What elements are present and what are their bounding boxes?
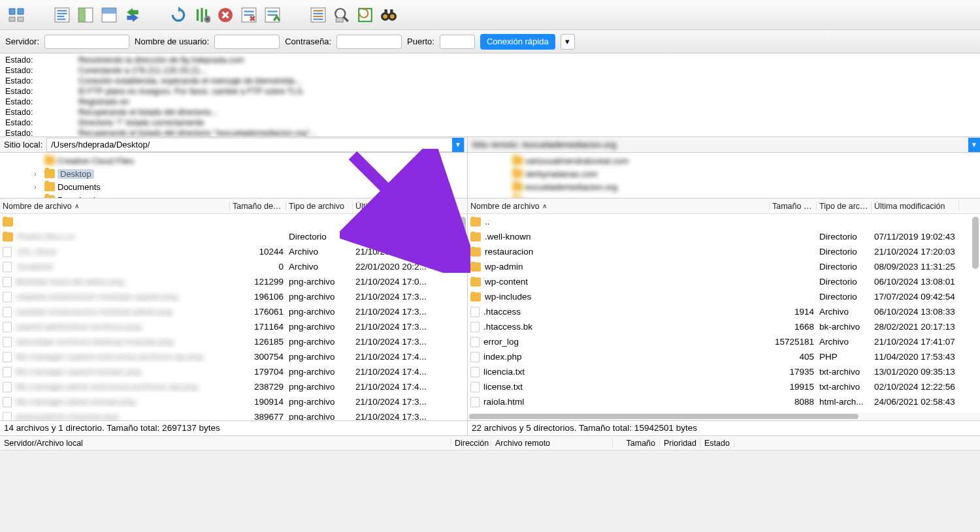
svg-point-34 (390, 14, 395, 18)
toggle-log-icon[interactable] (52, 5, 72, 25)
list-item[interactable]: file-manager-cpanel-extraer.png179704png… (0, 364, 467, 379)
list-item[interactable]: .well-knownDirectorio07/11/2019 19:02:43 (468, 229, 980, 244)
file-icon (3, 382, 12, 392)
list-item[interactable]: licencia.txt17935txt-archivo13/01/2020 0… (468, 364, 980, 379)
svg-rect-2 (9, 17, 15, 22)
local-path-combo[interactable]: ▼ (46, 138, 465, 152)
process-queue-icon[interactable] (192, 5, 212, 25)
scrollbar[interactable] (972, 217, 979, 418)
svg-rect-3 (18, 17, 24, 22)
tree-item[interactable]: etc (468, 193, 980, 198)
svg-rect-36 (390, 9, 393, 13)
directory-trees: Creative Cloud Files›Desktop›DocumentsDo… (0, 153, 980, 198)
svg-rect-0 (9, 8, 15, 14)
svg-point-27 (335, 8, 345, 18)
local-path-input[interactable] (47, 140, 452, 149)
filter-icon[interactable] (308, 5, 328, 25)
username-input[interactable] (214, 35, 280, 49)
file-icon (470, 352, 480, 362)
file-icon (470, 322, 480, 332)
tree-item[interactable]: escuelademediacion.org (468, 180, 980, 193)
toggle-local-tree-icon[interactable] (76, 5, 95, 25)
file-icon (3, 352, 12, 362)
tree-item[interactable]: ›Documents (0, 180, 467, 193)
svg-point-33 (383, 14, 387, 18)
remote-list-header[interactable]: Nombre de archivo ∧ Tamaño de ar Tipo de… (468, 198, 980, 214)
remote-summary: 22 archivos y 5 directorios. Tamaño tota… (468, 421, 701, 435)
quickconnect-button[interactable]: Conexión rápida (480, 34, 555, 50)
server-label: Servidor: (5, 37, 39, 46)
folder-icon (512, 169, 523, 178)
list-item[interactable]: restauracionDirectorio21/10/2024 17:20:0… (468, 244, 980, 259)
list-item[interactable]: error_log15725181Archivo21/10/2024 17:41… (468, 334, 980, 349)
quickconnect-history-dropdown[interactable]: ▾ (561, 34, 575, 50)
list-item[interactable]: descargar-archivos-backup-modular.png126… (0, 334, 467, 349)
list-item[interactable]: phpmyadmin-importar.png389677png-archivo… (0, 409, 467, 420)
list-item[interactable]: wp-contentDirectorio06/10/2024 13:08:01 (468, 274, 980, 289)
site-manager-icon[interactable] (7, 5, 26, 25)
compare-icon[interactable] (355, 5, 375, 25)
list-item[interactable]: file-manager-plesk-extraer.png190914png-… (0, 394, 467, 409)
local-tree[interactable]: Creative Cloud Files›Desktop›DocumentsDo… (0, 153, 468, 198)
remote-file-list[interactable]: Nombre de archivo ∧ Tamaño de ar Tipo de… (468, 198, 980, 420)
list-item[interactable]: raiola.html8088html-arch...24/06/2021 02… (468, 394, 980, 409)
file-icon (470, 337, 480, 347)
password-input[interactable] (336, 35, 402, 49)
tree-item[interactable]: Creative Cloud Files (0, 154, 467, 167)
list-item[interactable]: .. (468, 214, 980, 229)
server-input[interactable] (44, 35, 129, 49)
list-item[interactable]: .htaccess.bk1668bk-archivo28/02/2021 20:… (468, 319, 980, 334)
local-file-list[interactable]: Nombre de archivo ∧ Tamaño de arc Tipo d… (0, 198, 468, 420)
sort-asc-icon: ∧ (74, 202, 79, 210)
list-item[interactable]: file-manager-plesk-estructura-archivos-w… (0, 379, 467, 394)
reconnect-icon[interactable] (263, 5, 282, 25)
tree-item[interactable]: variousalmendraloveal.com (468, 154, 980, 167)
svg-line-28 (344, 17, 348, 22)
folder-icon (44, 195, 55, 198)
tree-item[interactable]: derbyriadanas.com (468, 167, 980, 180)
binoculars-icon[interactable] (379, 5, 399, 25)
message-log[interactable]: Estado:Resolviendo la dirección de ftp.h… (0, 54, 980, 137)
file-icon (470, 367, 480, 377)
list-item[interactable]: index.php405PHP11/04/2020 17:53:43 (468, 349, 980, 364)
list-item[interactable]: Puerto Rico v2Directorio29/08/2024 20:..… (0, 229, 467, 244)
file-icon (3, 247, 12, 257)
folder-icon (470, 217, 481, 227)
cancel-icon[interactable] (216, 5, 235, 25)
list-item[interactable]: file-manager-cpanel-estructura-archivos-… (0, 349, 467, 364)
refresh-icon[interactable] (169, 5, 188, 25)
chevron-down-icon[interactable]: ▼ (968, 138, 980, 152)
list-item[interactable]: .localized0Archivo22/01/2020 20:2... (0, 259, 467, 274)
toggle-remote-tree-icon[interactable] (99, 5, 119, 25)
main-toolbar (0, 0, 980, 30)
local-list-header[interactable]: Nombre de archivo ∧ Tamaño de arc Tipo d… (0, 198, 467, 214)
chevron-down-icon[interactable]: ▼ (452, 138, 464, 152)
local-summary: 14 archivos y 1 directorio. Tamaño total… (0, 421, 468, 435)
port-input[interactable] (440, 35, 475, 49)
list-item[interactable]: wp-includesDirectorio17/07/2024 09:42:54 (468, 289, 980, 304)
sync-browse-icon[interactable] (123, 5, 142, 25)
folder-icon (512, 156, 523, 165)
scrollbar[interactable] (459, 217, 466, 418)
folder-icon (470, 277, 481, 287)
list-item[interactable]: cpanel-administrar-archivos.png171164png… (0, 319, 467, 334)
transfer-queue-header[interactable]: Servidor/Archivo local Dirección Archivo… (0, 436, 980, 450)
scrollbar[interactable] (468, 413, 980, 420)
folder-icon (470, 292, 481, 302)
tree-item[interactable]: Downloads (0, 193, 467, 198)
list-item[interactable]: Modular-base-de-datos.png121299png-archi… (0, 274, 467, 289)
list-item[interactable]: carpeta-restauracion-modular-cpanel.png1… (0, 289, 467, 304)
disconnect-icon[interactable] (239, 5, 259, 25)
list-item[interactable]: .. (0, 214, 467, 229)
list-item[interactable]: .DS_Store10244Archivo21/10/2024 17:4... (0, 244, 467, 259)
folder-icon (470, 247, 481, 257)
tree-item[interactable]: ›Desktop (0, 167, 467, 180)
remote-tree[interactable]: variousalmendraloveal.comderbyriadanas.c… (468, 153, 980, 198)
list-item[interactable]: carpeta-restauracion-modular-plesk.png17… (0, 304, 467, 319)
list-item[interactable]: .htaccess1914Archivo06/10/2024 13:08:33 (468, 304, 980, 319)
file-icon (3, 307, 12, 317)
list-item[interactable]: wp-adminDirectorio08/09/2023 11:31:25 (468, 259, 980, 274)
search-icon[interactable] (332, 5, 351, 25)
svg-rect-29 (336, 18, 343, 22)
list-item[interactable]: license.txt19915txt-archivo02/10/2024 12… (468, 379, 980, 394)
